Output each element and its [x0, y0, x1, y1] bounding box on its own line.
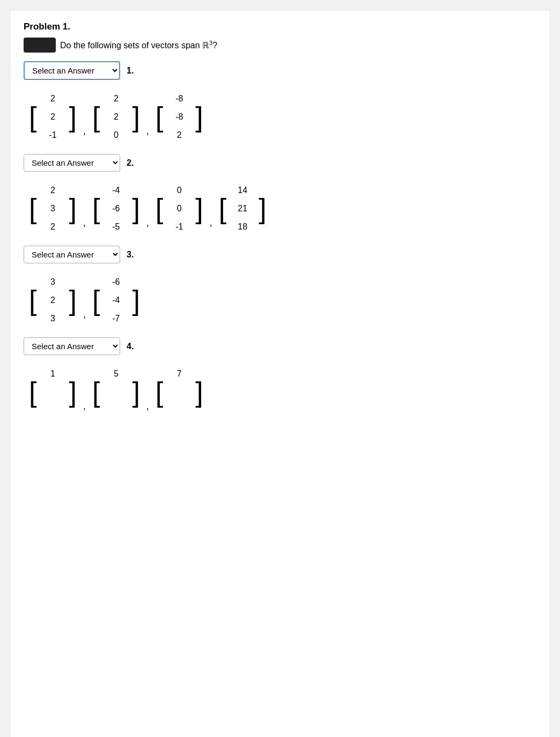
bracket-left: [	[92, 90, 100, 144]
bracket-left: [	[29, 181, 36, 236]
question-3-row: Select an Answer Yes No 3.	[24, 246, 536, 263]
vector-1-2: [ 2 2 0 ]	[92, 90, 140, 144]
v3-row2: 0	[173, 204, 186, 213]
v2-row1: 5	[109, 369, 122, 379]
question-2-number: 2.	[127, 158, 134, 168]
bracket-right: ]	[132, 273, 139, 328]
v2-row3: -7	[109, 314, 122, 323]
vector-1-3: [ -8 -8 2 ]	[156, 90, 203, 144]
question-1-section: Select an Answer Yes No 1. [ 2 2 -1 ] , …	[24, 61, 536, 144]
bracket-right: ]	[132, 365, 139, 419]
bracket-left: [	[29, 90, 36, 144]
bracket-body: 2 2 0	[100, 90, 132, 144]
bracket-body: 7	[163, 365, 195, 419]
bracket-body: 0 0 -1	[163, 181, 195, 236]
bracket-left: [	[92, 181, 100, 236]
v2-row2: -6	[109, 204, 122, 213]
comma-1: ,	[83, 309, 86, 320]
question-4-vectors: [ 1 ] , [ 5 ] ,	[29, 365, 536, 419]
bracket-left: [	[29, 365, 36, 419]
question-2-vectors: [ 2 3 2 ] , [ -4 -6 -5 ] ,	[29, 181, 536, 236]
v2-row2	[109, 387, 122, 397]
bracket-body: 2 3 2	[36, 181, 69, 236]
vector-1-1: [ 2 2 -1 ]	[29, 90, 77, 144]
bracket-body: 5	[100, 365, 132, 419]
v3-row1: 0	[173, 186, 186, 195]
problem-description: Do the following sets of vectors span ℝ3…	[24, 38, 536, 53]
v1-row3: 3	[46, 314, 59, 323]
select-answer-1[interactable]: Select an Answer Yes No	[24, 61, 120, 80]
v2-row3	[109, 406, 122, 415]
v3-row1: -8	[173, 94, 186, 104]
select-answer-3[interactable]: Select an Answer Yes No	[24, 246, 120, 263]
vector-2-3: [ 0 0 -1 ]	[156, 181, 203, 236]
comma-2: ,	[146, 217, 149, 229]
comma-2: ,	[146, 126, 149, 137]
vector-3-2: [ -6 -4 -7 ]	[92, 273, 140, 328]
bracket-body: 1	[36, 365, 69, 419]
select-answer-4[interactable]: Select an Answer Yes No	[24, 337, 120, 355]
vector-4-2: [ 5 ]	[92, 365, 140, 419]
v1-row2	[46, 387, 59, 397]
question-3-vectors: [ 3 2 3 ] , [ -6 -4 -7 ]	[29, 273, 536, 328]
v4-row2: 21	[236, 204, 249, 213]
v1-row1: 2	[46, 94, 59, 104]
vector-2-4: [ 14 21 18 ]	[219, 181, 267, 236]
vector-4-3: [ 7 ]	[156, 365, 203, 419]
bracket-body: 14 21 18	[226, 181, 259, 236]
vector-2-1: [ 2 3 2 ]	[29, 181, 77, 236]
comma-3: ,	[210, 217, 212, 229]
v3-row3: -1	[173, 222, 186, 232]
bracket-body: -6 -4 -7	[100, 273, 132, 328]
bracket-left: [	[92, 365, 100, 419]
bracket-body: 3 2 3	[36, 273, 69, 328]
question-3-section: Select an Answer Yes No 3. [ 3 2 3 ] , [	[24, 246, 536, 328]
question-3-number: 3.	[127, 250, 134, 260]
bracket-left: [	[92, 273, 100, 328]
question-4-number: 4.	[127, 342, 134, 351]
v1-row2: 2	[46, 112, 59, 122]
v1-row1: 2	[46, 186, 59, 195]
bracket-right: ]	[132, 90, 139, 144]
comma-1: ,	[83, 126, 86, 137]
bracket-right: ]	[69, 181, 76, 236]
bracket-right: ]	[195, 90, 203, 144]
bracket-left: [	[156, 181, 163, 236]
bracket-body: 2 2 -1	[36, 90, 69, 144]
v2-row1: -6	[109, 277, 122, 287]
select-answer-2[interactable]: Select an Answer Yes No	[24, 154, 120, 172]
bracket-right: ]	[132, 181, 139, 236]
bracket-right: ]	[259, 181, 266, 236]
bracket-right: ]	[69, 365, 76, 419]
bracket-left: [	[156, 365, 163, 419]
v1-row3: -1	[46, 130, 59, 140]
bracket-right: ]	[195, 181, 203, 236]
problem-title: Problem 1.	[24, 21, 536, 32]
comma-1: ,	[83, 401, 86, 412]
question-2-section: Select an Answer Yes No 2. [ 2 3 2 ] , [	[24, 154, 536, 236]
v2-row1: -4	[109, 186, 122, 195]
question-4-row: Select an Answer Yes No 4.	[24, 337, 536, 355]
redacted-icon	[24, 38, 56, 53]
bracket-left: [	[29, 273, 36, 328]
vector-2-2: [ -4 -6 -5 ]	[92, 181, 140, 236]
description-text: Do the following sets of vectors span ℝ3…	[60, 40, 217, 50]
v3-row2: -8	[173, 112, 186, 122]
bracket-right: ]	[195, 365, 203, 419]
v1-row1: 3	[46, 277, 59, 287]
question-4-section: Select an Answer Yes No 4. [ 1 ] , [	[24, 337, 536, 419]
bracket-right: ]	[69, 90, 76, 144]
comma-1: ,	[83, 217, 86, 229]
vector-3-1: [ 3 2 3 ]	[29, 273, 77, 328]
v2-row1: 2	[109, 94, 122, 104]
v3-row1: 7	[173, 369, 186, 379]
question-1-number: 1.	[127, 66, 134, 76]
page-container: Problem 1. Do the following sets of vect…	[11, 11, 549, 737]
v1-row2: 2	[46, 296, 59, 305]
v2-row3: -5	[109, 222, 122, 232]
v2-row2: 2	[109, 112, 122, 122]
bracket-left: [	[219, 181, 226, 236]
bracket-body: -8 -8 2	[163, 90, 195, 144]
bracket-body: -4 -6 -5	[100, 181, 132, 236]
v3-row3	[173, 406, 186, 415]
